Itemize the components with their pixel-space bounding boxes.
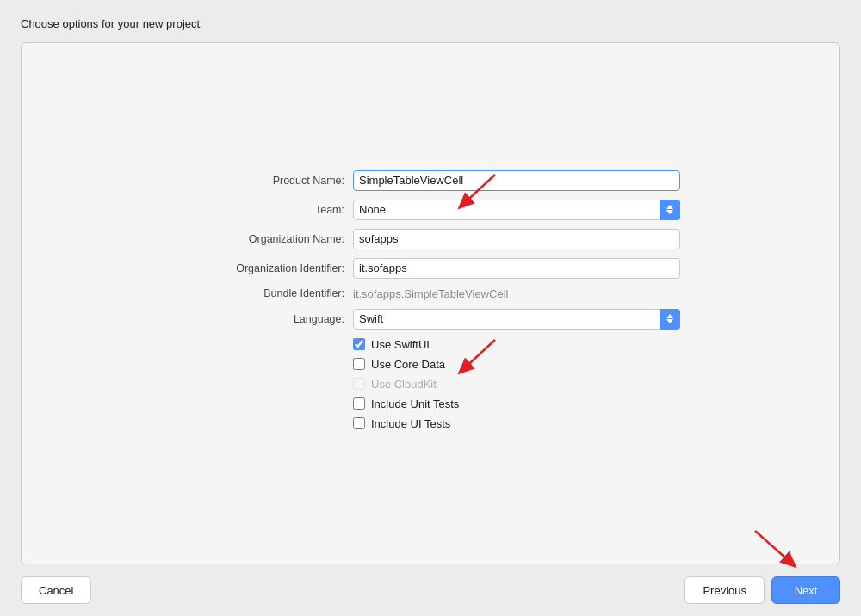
team-select-wrapper: None Personal Team	[353, 200, 680, 220]
product-name-label: Product Name:	[181, 175, 353, 187]
team-select[interactable]: None Personal Team	[353, 200, 680, 220]
org-id-row: Organization Identifier:	[181, 258, 680, 279]
include-unit-tests-checkbox[interactable]	[353, 397, 365, 410]
org-name-row: Organization Name:	[181, 229, 680, 249]
product-name-row: Product Name:	[181, 170, 680, 191]
include-ui-tests-checkbox[interactable]	[353, 417, 365, 429]
bundle-id-value: it.sofapps.SimpleTableViewCell	[353, 287, 680, 300]
product-name-input[interactable]	[353, 170, 680, 191]
team-label: Team:	[181, 204, 353, 216]
use-cloudkit-label: Use CloudKit	[371, 378, 437, 391]
bottom-bar: Cancel Previous Next	[0, 564, 861, 616]
language-row: Language: Swift Objective-C	[181, 309, 680, 330]
org-id-input[interactable]	[353, 258, 680, 279]
dialog-title: Choose options for your new project:	[21, 17, 840, 30]
bundle-id-label: Bundle Identifier:	[181, 287, 353, 299]
language-label: Language:	[181, 313, 353, 325]
use-cloudkit-checkbox	[353, 378, 365, 390]
include-ui-tests-label: Include UI Tests	[371, 417, 450, 430]
use-core-data-label: Use Core Data	[371, 358, 445, 371]
language-select[interactable]: Swift Objective-C	[353, 309, 680, 330]
org-id-label: Organization Identifier:	[181, 262, 353, 274]
swiftui-row: Use SwiftUI	[353, 338, 680, 351]
use-swiftui-checkbox[interactable]	[353, 338, 365, 350]
use-core-data-checkbox[interactable]	[353, 358, 365, 370]
language-select-wrapper: Swift Objective-C	[353, 309, 680, 330]
dialog-wrapper: Choose options for your new project: Pro…	[0, 0, 861, 564]
team-row: Team: None Personal Team	[181, 200, 680, 220]
form-container: Product Name: Team: None Personal Team	[181, 170, 680, 437]
nav-buttons: Previous Next	[684, 576, 840, 604]
cloudkit-row: Use CloudKit	[353, 378, 680, 391]
next-button[interactable]: Next	[771, 576, 840, 604]
unit-tests-row: Include Unit Tests	[353, 397, 680, 410]
coredata-row: Use Core Data	[353, 358, 680, 371]
bundle-id-row: Bundle Identifier: it.sofapps.SimpleTabl…	[181, 287, 680, 300]
org-name-input[interactable]	[353, 229, 680, 249]
include-unit-tests-label: Include Unit Tests	[371, 397, 459, 410]
use-swiftui-label: Use SwiftUI	[371, 338, 430, 351]
ui-tests-row: Include UI Tests	[353, 417, 680, 430]
org-name-label: Organization Name:	[181, 233, 353, 245]
previous-button[interactable]: Previous	[684, 576, 765, 604]
dialog-content: Product Name: Team: None Personal Team	[21, 42, 840, 564]
cancel-button[interactable]: Cancel	[21, 576, 91, 604]
